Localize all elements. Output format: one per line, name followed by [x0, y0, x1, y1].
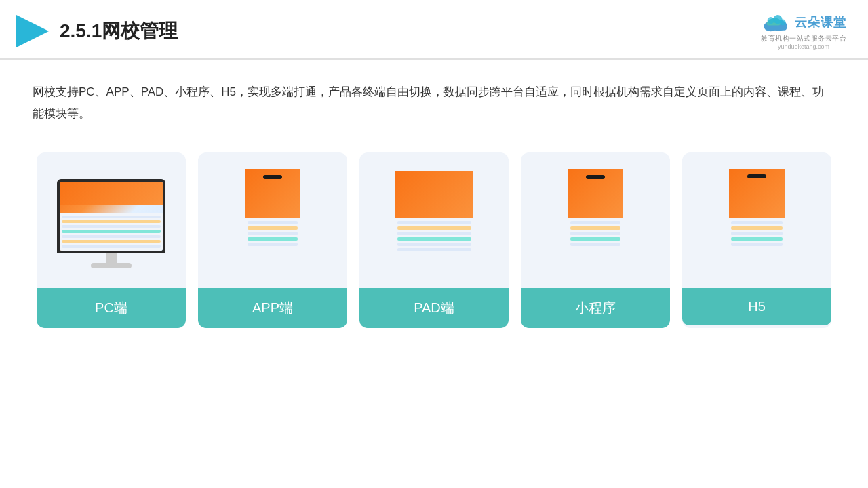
phone-mockup-h5 — [729, 169, 785, 279]
card-h5-image — [682, 152, 831, 288]
card-pc: PC端 — [37, 152, 186, 328]
phone-mockup-app — [245, 169, 300, 278]
description-text: 网校支持PC、APP、PAD、小程序、H5，实现多端打通，产品各终端自由切换，数… — [0, 60, 868, 139]
card-pad: PAD端 — [359, 152, 509, 328]
header: 2.5.1网校管理 云朵课堂 教育机构一站式服务云平台 yunduoketang… — [0, 0, 868, 60]
logo-text: 云朵课堂 — [795, 14, 846, 30]
card-pad-label: PAD端 — [359, 288, 509, 328]
logo-area: 云朵课堂 教育机构一站式服务云平台 yunduoketang.com — [761, 12, 846, 50]
logo-subtitle: 教育机构一站式服务云平台 — [761, 34, 846, 43]
svg-rect-5 — [765, 25, 787, 30]
play-icon — [16, 15, 49, 47]
monitor-mockup — [57, 179, 165, 268]
cards-container: PC端 — [0, 139, 868, 342]
card-pad-image — [359, 152, 509, 288]
cloud-icon — [761, 12, 791, 33]
logo-url: yunduoketang.com — [778, 43, 829, 50]
svg-marker-0 — [16, 15, 49, 47]
phone-mockup-mini — [568, 169, 623, 278]
card-h5-label: H5 — [682, 288, 831, 325]
card-miniprogram-image — [521, 152, 670, 288]
tablet-mockup — [395, 171, 473, 276]
card-miniprogram-label: 小程序 — [521, 288, 670, 328]
card-pc-label: PC端 — [37, 288, 186, 328]
svg-point-8 — [780, 20, 786, 26]
card-pc-image — [37, 152, 186, 288]
card-h5: H5 — [682, 152, 831, 328]
card-app-image — [198, 152, 347, 288]
page-title: 2.5.1网校管理 — [60, 18, 178, 44]
card-app: APP端 — [198, 152, 347, 328]
logo-cloud: 云朵课堂 — [761, 12, 846, 33]
card-app-label: APP端 — [198, 288, 347, 328]
svg-point-6 — [768, 17, 774, 24]
header-left: 2.5.1网校管理 — [16, 15, 178, 47]
card-miniprogram: 小程序 — [521, 152, 670, 328]
